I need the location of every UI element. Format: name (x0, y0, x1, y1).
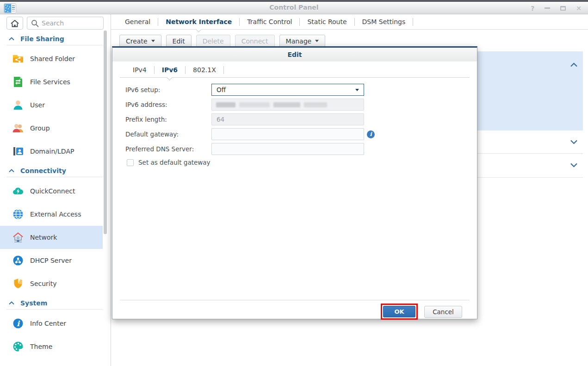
section-file-sharing[interactable]: File Sharing (0, 34, 103, 43)
active-tab-notch (167, 74, 173, 81)
info-icon[interactable]: i (367, 130, 375, 138)
security-icon (12, 278, 24, 290)
sidebar-item-network[interactable]: Network (0, 226, 103, 249)
main-tabstrip: General Network Interface Traffic Contro… (111, 14, 588, 30)
set-default-gateway-checkbox[interactable] (127, 159, 134, 166)
tab-dsm-settings[interactable]: DSM Settings (355, 14, 413, 29)
chevron-up-icon (9, 301, 14, 305)
tab-traffic-control[interactable]: Traffic Control (240, 14, 299, 29)
tab-ipv6[interactable]: IPv6 (155, 62, 185, 77)
home-icon (10, 19, 19, 28)
button-label: Manage (286, 37, 312, 45)
expand-chevron-down-icon[interactable] (570, 139, 578, 145)
chevron-down-icon (355, 89, 359, 91)
sidebar-item-label: Theme (30, 343, 52, 350)
tab-label: General (125, 18, 150, 25)
info-center-icon: i (12, 317, 24, 329)
sidebar-item-label: DHCP Server (30, 257, 72, 264)
connect-button[interactable]: Connect (235, 35, 275, 47)
sidebar-item-label: Network (30, 234, 57, 241)
tab-8021x[interactable]: 802.1X (186, 62, 223, 77)
manage-button[interactable]: Manage (279, 35, 326, 47)
cancel-button[interactable]: Cancel (424, 306, 462, 318)
sidebar-item-user[interactable]: User (0, 93, 103, 117)
tab-label: Static Route (307, 18, 347, 25)
sidebar-item-file-services[interactable]: File Services (0, 70, 103, 93)
ipv6-setup-select[interactable]: Off (211, 84, 364, 96)
divider (413, 18, 413, 26)
sidebar-item-label: Group (30, 124, 50, 132)
tab-label: IPv4 (133, 66, 147, 74)
theme-icon (12, 341, 24, 353)
sidebar-item-label: Shared Folder (30, 55, 75, 62)
delete-button[interactable]: Delete (196, 35, 230, 47)
window-title: Control Panel (0, 4, 588, 11)
ipv6-address-label: IPv6 address: (125, 99, 211, 111)
tab-label: 802.1X (193, 66, 216, 74)
tab-network-interface[interactable]: Network Interface (158, 14, 239, 29)
set-default-gateway-label: Set as default gateway (138, 159, 210, 166)
edit-button[interactable]: Edit (166, 35, 192, 47)
sidebar-item-label: File Services (30, 78, 70, 86)
search-input[interactable] (42, 19, 93, 27)
tab-label: DSM Settings (362, 18, 406, 25)
chevron-up-icon (9, 37, 14, 41)
search-box (27, 17, 104, 30)
tab-label: IPv6 (162, 66, 178, 74)
button-label: Delete (203, 37, 224, 45)
ipv6-setup-label: IPv6 setup: (125, 84, 211, 96)
divider (6, 177, 103, 177)
expand-chevron-down-icon[interactable] (570, 162, 578, 168)
sidebar-item-partial[interactable] (0, 360, 103, 366)
tab-label: Traffic Control (247, 18, 292, 25)
button-label: Create (126, 37, 148, 45)
tab-general[interactable]: General (118, 14, 158, 29)
chevron-down-icon (151, 40, 155, 42)
external-access-icon (12, 208, 24, 220)
section-system[interactable]: System (0, 298, 103, 308)
collapse-chevron-up-icon[interactable] (570, 62, 578, 68)
sidebar-item-label: QuickConnect (30, 187, 75, 195)
user-icon (12, 99, 24, 111)
button-label: Edit (173, 37, 185, 45)
chevron-down-icon (315, 40, 319, 42)
sidebar-scrollbar[interactable] (104, 31, 107, 234)
section-connectivity[interactable]: Connectivity (0, 166, 103, 175)
default-gateway-label: Default gateway: (125, 128, 211, 140)
prefix-length-field (211, 113, 364, 125)
close-icon[interactable]: ✕ (576, 5, 582, 12)
sidebar-item-label: User (30, 101, 45, 109)
dhcp-server-icon (12, 254, 24, 267)
edit-dialog: Edit IPv4 IPv6 802.1X IPv6 setup: Off IP… (112, 46, 477, 319)
sidebar-item-domain-ldap[interactable]: Domain/LDAP (0, 140, 103, 163)
help-icon[interactable]: ? (531, 5, 534, 12)
sidebar-item-dhcp-server[interactable]: DHCP Server (0, 249, 103, 272)
redacted-value (216, 99, 327, 111)
dialog-footer: OK Cancel (120, 300, 470, 320)
sidebar-item-shared-folder[interactable]: Shared Folder (0, 47, 103, 70)
sidebar-item-external-access[interactable]: External Access (0, 203, 103, 226)
sidebar-item-security[interactable]: Security (0, 272, 103, 295)
default-gateway-field[interactable] (211, 128, 364, 140)
tab-static-route[interactable]: Static Route (300, 14, 354, 29)
shared-folder-icon (12, 53, 24, 65)
minimize-icon[interactable] (545, 7, 550, 9)
tab-ipv4[interactable]: IPv4 (125, 62, 154, 77)
sidebar-item-quickconnect[interactable]: QuickConnect (0, 180, 103, 203)
section-label: File Sharing (20, 35, 64, 43)
sidebar-item-label: Info Center (30, 320, 66, 327)
network-icon (12, 231, 24, 243)
preferred-dns-field[interactable] (211, 143, 364, 155)
ok-button[interactable]: OK (383, 306, 415, 317)
home-button[interactable] (6, 17, 23, 30)
maximize-icon[interactable] (560, 6, 566, 11)
section-label: System (20, 299, 47, 307)
sidebar-item-group[interactable]: Group (0, 117, 103, 140)
set-default-gateway-row: Set as default gateway (127, 159, 210, 166)
sidebar-item-theme[interactable]: Theme (0, 335, 103, 358)
sidebar-item-info-center[interactable]: i Info Center (0, 312, 103, 335)
toolbar: Create Edit Delete Connect Manage (119, 35, 325, 47)
create-button[interactable]: Create (119, 35, 161, 47)
button-label: Connect (241, 37, 268, 45)
annotation-highlight-box: OK (381, 304, 418, 320)
